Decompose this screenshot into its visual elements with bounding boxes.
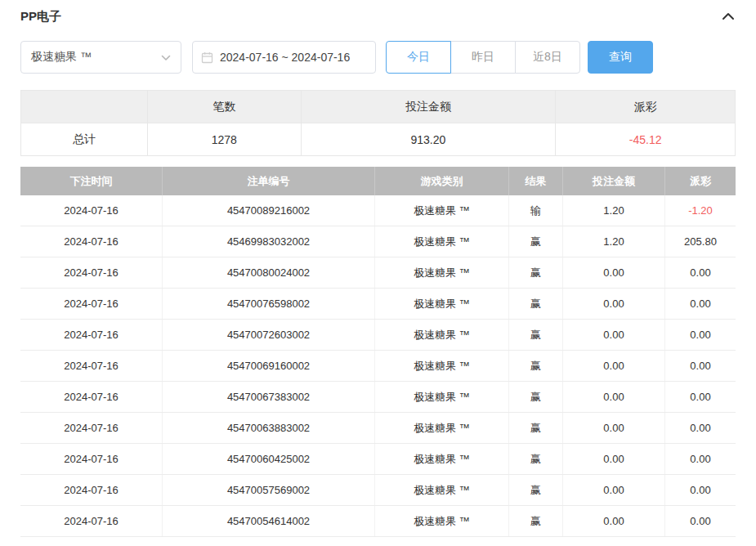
summary-total-label: 总计: [21, 123, 148, 156]
table-row: 2024-07-16 45469983032002 极速糖果 ™ 赢 1.20 …: [20, 226, 736, 257]
order-id-cell: 45470080024002: [163, 257, 375, 288]
table-row: 2024-07-16 45470060425002 极速糖果 ™ 赢 0.00 …: [20, 444, 736, 475]
table-row: 2024-07-16 45470054614002 极速糖果 ™ 赢 0.00 …: [20, 506, 736, 537]
game-type-cell: 极速糖果 ™: [375, 226, 509, 257]
chevron-up-icon[interactable]: [721, 11, 736, 22]
header-game-type: 游戏类别: [375, 167, 509, 195]
order-id-cell: 45470063883002: [163, 413, 375, 443]
quick-range-group: 今日 昨日 近8日: [386, 41, 580, 74]
order-id-cell: 45469983032002: [163, 226, 375, 257]
game-type-cell: 极速糖果 ™: [375, 382, 509, 412]
order-id-cell: 45470089216002: [163, 195, 375, 226]
report-panel: PP电子 极速糖果 ™ 2024-07-16 ~ 2024-07-16: [0, 0, 756, 537]
bet-time-cell: 2024-07-16: [20, 413, 163, 443]
summary-header-payout: 派彩: [556, 91, 736, 123]
result-cell: 赢: [509, 226, 563, 257]
game-type-cell: 极速糖果 ™: [375, 195, 509, 226]
payout-cell: 0.00: [665, 506, 736, 536]
order-id-cell: 45470072603002: [163, 320, 375, 350]
result-cell: 赢: [509, 413, 563, 443]
chevron-down-icon: [161, 51, 171, 64]
panel-header: PP电子: [20, 0, 736, 33]
bet-time-cell: 2024-07-16: [20, 351, 163, 381]
bet-amount-cell: 0.00: [563, 382, 665, 412]
summary-total-bet-amount: 913.20: [302, 123, 557, 156]
game-type-cell: 极速糖果 ™: [375, 506, 509, 536]
game-type-cell: 极速糖果 ™: [375, 289, 509, 319]
summary-header-count: 笔数: [148, 91, 302, 123]
payout-cell: 0.00: [665, 289, 736, 319]
today-button[interactable]: 今日: [386, 41, 451, 74]
game-select-value: 极速糖果 ™: [31, 50, 92, 65]
header-bet-time: 下注时间: [20, 167, 163, 195]
bet-amount-cell: 0.00: [563, 413, 665, 443]
summary-total-count: 1278: [148, 123, 302, 156]
bet-time-cell: 2024-07-16: [20, 257, 163, 288]
payout-cell: 0.00: [665, 320, 736, 350]
date-range-input[interactable]: 2024-07-16 ~ 2024-07-16: [192, 41, 376, 74]
order-id-cell: 45470067383002: [163, 382, 375, 412]
order-id-cell: 45470060425002: [163, 444, 375, 474]
page-title: PP电子: [20, 9, 61, 25]
result-cell: 赢: [509, 475, 563, 505]
order-id-cell: 45470054614002: [163, 506, 375, 536]
game-type-cell: 极速糖果 ™: [375, 413, 509, 443]
bet-amount-cell: 0.00: [563, 257, 665, 288]
payout-cell: 0.00: [665, 257, 736, 288]
header-payout: 派彩: [665, 167, 736, 195]
bet-time-cell: 2024-07-16: [20, 382, 163, 412]
bet-time-cell: 2024-07-16: [20, 320, 163, 350]
bet-time-cell: 2024-07-16: [20, 195, 163, 226]
bet-time-cell: 2024-07-16: [20, 289, 163, 319]
bet-amount-cell: 0.00: [563, 289, 665, 319]
game-type-cell: 极速糖果 ™: [375, 257, 509, 288]
table-row: 2024-07-16 45470080024002 极速糖果 ™ 赢 0.00 …: [20, 257, 736, 289]
table-row: 2024-07-16 45470089216002 极速糖果 ™ 输 1.20 …: [20, 195, 736, 226]
table-row: 2024-07-16 45470076598002 极速糖果 ™ 赢 0.00 …: [20, 289, 736, 320]
game-type-cell: 极速糖果 ™: [375, 351, 509, 381]
bet-amount-cell: 0.00: [563, 475, 665, 505]
table-row: 2024-07-16 45470063883002 极速糖果 ™ 赢 0.00 …: [20, 413, 736, 444]
order-id-cell: 45470076598002: [163, 289, 375, 319]
table-body: 2024-07-16 45470089216002 极速糖果 ™ 输 1.20 …: [20, 195, 736, 537]
filter-bar: 极速糖果 ™ 2024-07-16 ~ 2024-07-16 今日 昨日 近8日…: [20, 41, 736, 74]
result-cell: 输: [509, 195, 563, 226]
summary-header-row: 笔数 投注金额 派彩: [21, 91, 736, 123]
bet-amount-cell: 0.00: [563, 506, 665, 536]
payout-cell: 0.00: [665, 444, 736, 474]
result-cell: 赢: [509, 257, 563, 288]
order-id-cell: 45470069160002: [163, 351, 375, 381]
bets-table: 下注时间 注单编号 游戏类别 结果 投注金额 派彩 2024-07-16 454…: [20, 167, 736, 537]
game-type-cell: 极速糖果 ™: [375, 444, 509, 474]
header-bet-amount: 投注金额: [563, 167, 665, 195]
bet-amount-cell: 0.00: [563, 320, 665, 350]
bet-time-cell: 2024-07-16: [20, 226, 163, 257]
game-select[interactable]: 极速糖果 ™: [20, 41, 181, 74]
bet-time-cell: 2024-07-16: [20, 506, 163, 536]
yesterday-button[interactable]: 昨日: [450, 41, 516, 74]
table-row: 2024-07-16 45470067383002 极速糖果 ™ 赢 0.00 …: [20, 382, 736, 413]
payout-cell: 0.00: [665, 351, 736, 381]
game-type-cell: 极速糖果 ™: [375, 320, 509, 350]
payout-cell: 0.00: [665, 475, 736, 505]
order-id-cell: 45470057569002: [163, 475, 375, 505]
date-range-value: 2024-07-16 ~ 2024-07-16: [220, 51, 350, 64]
game-type-cell: 极速糖果 ™: [375, 475, 509, 505]
result-cell: 赢: [509, 444, 563, 474]
table-row: 2024-07-16 45470057569002 极速糖果 ™ 赢 0.00 …: [20, 475, 736, 506]
bet-amount-cell: 0.00: [563, 351, 665, 381]
summary-total-row: 总计 1278 913.20 -45.12: [21, 123, 736, 156]
calendar-icon: [201, 51, 213, 64]
table-row: 2024-07-16 45470072603002 极速糖果 ™ 赢 0.00 …: [20, 320, 736, 351]
summary-header-bet-amount: 投注金额: [302, 91, 557, 123]
table-row: 2024-07-16 45470069160002 极速糖果 ™ 赢 0.00 …: [20, 351, 736, 382]
summary-table: 笔数 投注金额 派彩 总计 1278 913.20 -45.12: [20, 90, 736, 156]
header-result: 结果: [509, 167, 563, 195]
result-cell: 赢: [509, 320, 563, 350]
summary-header-blank: [21, 91, 148, 123]
search-button[interactable]: 查询: [588, 41, 653, 74]
bet-amount-cell: 1.20: [563, 195, 665, 226]
payout-cell: -1.20: [665, 195, 736, 226]
last-8-days-button[interactable]: 近8日: [515, 41, 580, 74]
result-cell: 赢: [509, 351, 563, 381]
